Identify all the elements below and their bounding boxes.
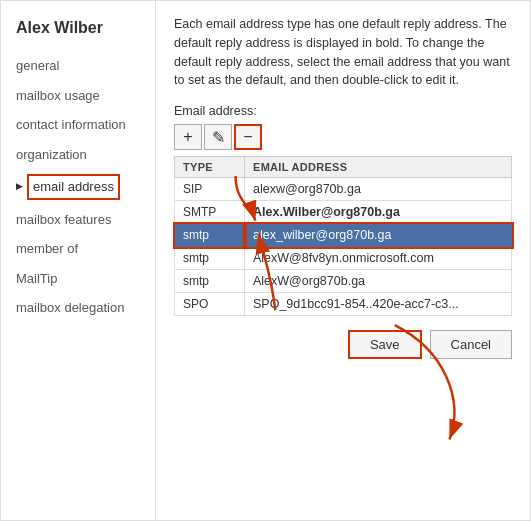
- cell-email: AlexW@8fv8yn.onmicrosoft.com: [245, 247, 512, 270]
- save-button[interactable]: Save: [348, 330, 422, 359]
- sidebar-item-contact-information[interactable]: contact information: [1, 110, 155, 140]
- sidebar-item-general[interactable]: general: [1, 51, 155, 81]
- col-email: EMAIL ADDRESS: [245, 157, 512, 178]
- cell-email: alex_wilber@org870b.ga: [245, 224, 512, 247]
- table-row[interactable]: smtpAlexW@8fv8yn.onmicrosoft.com: [175, 247, 512, 270]
- table-header-row: TYPE EMAIL ADDRESS: [175, 157, 512, 178]
- email-table: TYPE EMAIL ADDRESS SIPalexw@org870b.gaSM…: [174, 156, 512, 316]
- cell-type: SMTP: [175, 201, 245, 224]
- footer-buttons: Save Cancel: [174, 330, 512, 359]
- cell-email: Alex.Wilber@org870b.ga: [245, 201, 512, 224]
- sidebar: Alex Wilber general mailbox usage contac…: [1, 1, 156, 520]
- cancel-button[interactable]: Cancel: [430, 330, 512, 359]
- sidebar-item-mailbox-features[interactable]: mailbox features: [1, 205, 155, 235]
- table-row[interactable]: SMTPAlex.Wilber@org870b.ga: [175, 201, 512, 224]
- sidebar-item-mailbox-usage[interactable]: mailbox usage: [1, 81, 155, 111]
- col-type: TYPE: [175, 157, 245, 178]
- cell-type: SIP: [175, 178, 245, 201]
- sidebar-item-mailbox-delegation[interactable]: mailbox delegation: [1, 293, 155, 323]
- toolbar: + ✎ −: [174, 124, 512, 150]
- table-row[interactable]: SIPalexw@org870b.ga: [175, 178, 512, 201]
- sidebar-item-mail-tip[interactable]: MailTip: [1, 264, 155, 294]
- add-button[interactable]: +: [174, 124, 202, 150]
- content-area: Each email address type has one default …: [156, 1, 530, 520]
- cell-type: SPO: [175, 293, 245, 316]
- cell-type: smtp: [175, 247, 245, 270]
- table-row[interactable]: smtpAlexW@org870b.ga: [175, 270, 512, 293]
- table-row[interactable]: smtpalex_wilber@org870b.ga: [175, 224, 512, 247]
- cell-email: AlexW@org870b.ga: [245, 270, 512, 293]
- sidebar-title: Alex Wilber: [1, 11, 155, 51]
- cell-type: smtp: [175, 270, 245, 293]
- cell-email: alexw@org870b.ga: [245, 178, 512, 201]
- table-row[interactable]: SPOSPO_9d1bcc91-854..420e-acc7-c3...: [175, 293, 512, 316]
- sidebar-item-member-of[interactable]: member of: [1, 234, 155, 264]
- sidebar-item-organization[interactable]: organization: [1, 140, 155, 170]
- cell-type: smtp: [175, 224, 245, 247]
- remove-button[interactable]: −: [234, 124, 262, 150]
- sidebar-item-email-address[interactable]: email address: [1, 169, 155, 205]
- description-text: Each email address type has one default …: [174, 15, 512, 90]
- edit-button[interactable]: ✎: [204, 124, 232, 150]
- cell-email: SPO_9d1bcc91-854..420e-acc7-c3...: [245, 293, 512, 316]
- email-address-label: Email address:: [174, 104, 512, 118]
